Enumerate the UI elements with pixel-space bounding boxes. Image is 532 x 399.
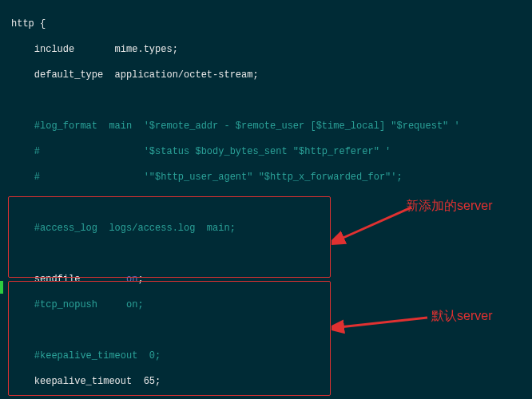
code-line <box>11 247 532 260</box>
code-line-comment: #log_format main '$remote_addr - $remote… <box>11 120 532 132</box>
code-line-comment: #access_log logs/access.log main; <box>11 222 532 235</box>
code-line: keepalive_timeout 65; <box>11 375 532 388</box>
code-line: http { <box>11 18 532 30</box>
code-line <box>11 94 532 107</box>
annotation-new-server: 新添加的server <box>406 200 492 212</box>
gutter-change-marker <box>0 281 3 294</box>
code-line: default_type application/octet-stream; <box>11 69 532 81</box>
code-line-comment: # '"$http_user_agent" "$http_x_forwarded… <box>11 171 532 184</box>
code-line: sendfile on; <box>11 273 532 286</box>
code-line <box>11 324 532 337</box>
code-line-comment: #keepalive_timeout 0; <box>11 350 532 362</box>
code-line: include mime.types; <box>11 43 532 56</box>
annotation-default-server: 默认server <box>431 310 492 322</box>
code-line-comment: # '$status $body_bytes_sent "$http_refer… <box>11 145 532 158</box>
